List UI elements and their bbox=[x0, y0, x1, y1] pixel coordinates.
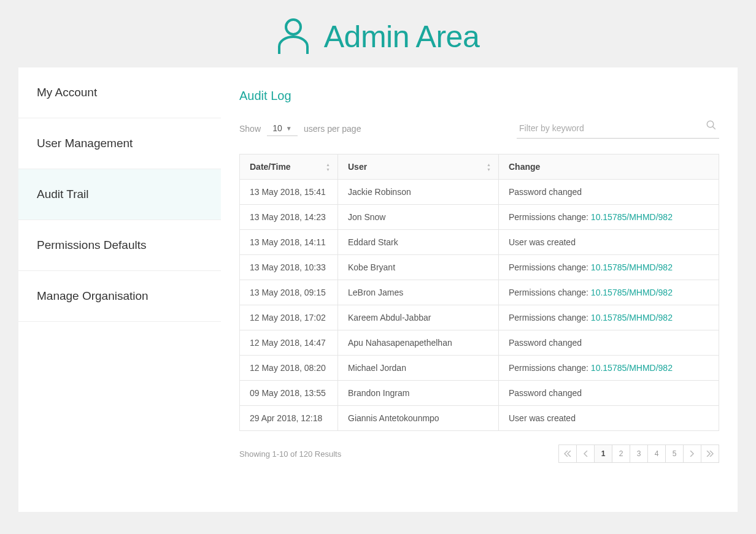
pager-next-button[interactable] bbox=[683, 444, 701, 463]
cell-datetime: 09 May 2018, 13:55 bbox=[240, 381, 338, 406]
permissions-link[interactable]: 10.15785/MHMD/982 bbox=[591, 212, 673, 222]
sidebar-item-label: My Account bbox=[37, 86, 97, 99]
cell-datetime: 13 May 2018, 14:11 bbox=[240, 230, 338, 255]
pager-page-button[interactable]: 4 bbox=[647, 444, 666, 463]
table-row: 13 May 2018, 15:41Jackie RobinsonPasswor… bbox=[240, 180, 719, 205]
cell-change: Permissions change: 10.15785/MHMD/982 bbox=[499, 356, 719, 381]
table-header-row: Date/Time ▲▼ User ▲▼ Change bbox=[240, 154, 719, 180]
page-size-value: 10 bbox=[272, 123, 282, 133]
audit-table: Date/Time ▲▼ User ▲▼ Change 13 May 2018,… bbox=[239, 154, 719, 431]
cell-change: Permissions change: 10.15785/MHMD/982 bbox=[499, 305, 719, 330]
cell-datetime: 13 May 2018, 14:23 bbox=[240, 205, 338, 230]
table-row: 12 May 2018, 17:02Kareem Abdul-JabbarPer… bbox=[240, 305, 719, 330]
pager-last-button[interactable] bbox=[701, 444, 719, 463]
content-title: Audit Log bbox=[239, 89, 719, 103]
cell-datetime: 13 May 2018, 09:15 bbox=[240, 280, 338, 305]
controls-row: Show 10 ▼ users per page bbox=[239, 118, 719, 139]
sidebar-item-user-management[interactable]: User Management bbox=[18, 118, 221, 169]
column-header-label: Date/Time bbox=[250, 162, 291, 172]
search-input[interactable] bbox=[517, 118, 719, 139]
cell-datetime: 12 May 2018, 17:02 bbox=[240, 305, 338, 330]
pager: 12345 bbox=[559, 444, 719, 463]
column-header-change: Change bbox=[499, 154, 719, 180]
sidebar-item-audit-trail[interactable]: Audit Trail bbox=[18, 169, 221, 220]
sidebar-item-my-account[interactable]: My Account bbox=[18, 67, 221, 118]
cell-change: User was created bbox=[499, 406, 719, 431]
table-row: 13 May 2018, 14:11Eddard StarkUser was c… bbox=[240, 230, 719, 255]
cell-user: Kareem Abdul-Jabbar bbox=[338, 305, 499, 330]
page-size-select[interactable]: 10 ▼ bbox=[267, 121, 298, 136]
cell-datetime: 13 May 2018, 15:41 bbox=[240, 180, 338, 205]
svg-line-2 bbox=[712, 126, 716, 129]
sidebar-item-permissions-defaults[interactable]: Permissions Defaults bbox=[18, 220, 221, 271]
cell-user: Giannis Antetokounmpo bbox=[338, 406, 499, 431]
sidebar: My Account User Management Audit Trail P… bbox=[18, 67, 221, 512]
cell-datetime: 13 May 2018, 10:33 bbox=[240, 255, 338, 280]
cell-user: Brandon Ingram bbox=[338, 381, 499, 406]
cell-user: Jackie Robinson bbox=[338, 180, 499, 205]
column-header-user[interactable]: User ▲▼ bbox=[338, 154, 499, 180]
pager-prev-button[interactable] bbox=[576, 444, 595, 463]
cell-user: Kobe Bryant bbox=[338, 255, 499, 280]
per-page-label: users per page bbox=[304, 124, 361, 134]
cell-change: Password changed bbox=[499, 381, 719, 406]
cell-change: Permissions change: 10.15785/MHMD/982 bbox=[499, 205, 719, 230]
sort-icon: ▲▼ bbox=[487, 162, 491, 172]
cell-datetime: 12 May 2018, 08:20 bbox=[240, 356, 338, 381]
content-panel: Audit Log Show 10 ▼ users per page bbox=[221, 67, 738, 512]
cell-change: Permissions change: 10.15785/MHMD/982 bbox=[499, 255, 719, 280]
cell-user: Michael Jordan bbox=[338, 356, 499, 381]
column-header-datetime[interactable]: Date/Time ▲▼ bbox=[240, 154, 338, 180]
table-row: 12 May 2018, 14:47Apu Nahasapenapethelha… bbox=[240, 330, 719, 356]
column-header-label: Change bbox=[509, 162, 540, 172]
cell-change: Permissions change: 10.15785/MHMD/982 bbox=[499, 280, 719, 305]
cell-datetime: 29 Apr 2018, 12:18 bbox=[240, 406, 338, 431]
show-label: Show bbox=[239, 124, 261, 134]
pager-page-button[interactable]: 3 bbox=[630, 444, 648, 463]
cell-change: Password changed bbox=[499, 330, 719, 356]
permissions-link[interactable]: 10.15785/MHMD/982 bbox=[591, 363, 673, 373]
pager-first-button[interactable] bbox=[558, 444, 577, 463]
svg-point-0 bbox=[286, 20, 301, 34]
table-row: 13 May 2018, 14:23Jon SnowPermissions ch… bbox=[240, 205, 719, 230]
cell-user: Apu Nahasapenapethelhan bbox=[338, 330, 499, 356]
table-row: 29 Apr 2018, 12:18Giannis AntetokounmpoU… bbox=[240, 406, 719, 431]
sidebar-item-label: Audit Trail bbox=[37, 188, 88, 200]
permissions-link[interactable]: 10.15785/MHMD/982 bbox=[591, 288, 673, 297]
sidebar-item-label: User Management bbox=[37, 137, 133, 150]
search-wrap bbox=[517, 118, 719, 139]
user-icon bbox=[277, 18, 310, 55]
svg-point-1 bbox=[707, 121, 714, 128]
result-summary: Showing 1-10 of 120 Results bbox=[239, 449, 341, 459]
pager-page-button[interactable]: 2 bbox=[612, 444, 630, 463]
cell-user: Jon Snow bbox=[338, 205, 499, 230]
chevron-down-icon: ▼ bbox=[286, 125, 292, 132]
pager-page-button[interactable]: 5 bbox=[665, 444, 684, 463]
cell-change: User was created bbox=[499, 230, 719, 255]
sidebar-item-label: Permissions Defaults bbox=[37, 238, 146, 251]
page-header: Admin Area bbox=[0, 0, 756, 67]
cell-user: Eddard Stark bbox=[338, 230, 499, 255]
cell-change: Password changed bbox=[499, 180, 719, 205]
table-row: 13 May 2018, 10:33Kobe BryantPermissions… bbox=[240, 255, 719, 280]
column-header-label: User bbox=[348, 162, 367, 172]
page-size-controls: Show 10 ▼ users per page bbox=[239, 121, 361, 136]
sidebar-item-manage-organisation[interactable]: Manage Organisation bbox=[18, 271, 221, 322]
table-row: 13 May 2018, 09:15LeBron JamesPermission… bbox=[240, 280, 719, 305]
table-footer: Showing 1-10 of 120 Results 12345 bbox=[239, 444, 719, 463]
search-icon[interactable] bbox=[706, 120, 717, 132]
permissions-link[interactable]: 10.15785/MHMD/982 bbox=[591, 262, 673, 272]
page-title: Admin Area bbox=[324, 19, 479, 55]
sidebar-item-label: Manage Organisation bbox=[37, 289, 148, 302]
cell-user: LeBron James bbox=[338, 280, 499, 305]
sort-icon: ▲▼ bbox=[326, 162, 330, 172]
table-row: 12 May 2018, 08:20Michael JordanPermissi… bbox=[240, 356, 719, 381]
pager-page-button[interactable]: 1 bbox=[594, 444, 612, 463]
table-row: 09 May 2018, 13:55Brandon IngramPassword… bbox=[240, 381, 719, 406]
cell-datetime: 12 May 2018, 14:47 bbox=[240, 330, 338, 356]
permissions-link[interactable]: 10.15785/MHMD/982 bbox=[591, 313, 673, 322]
